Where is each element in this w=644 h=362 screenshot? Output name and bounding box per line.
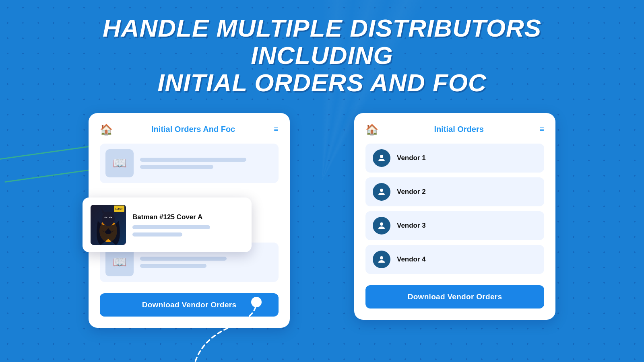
svg-point-14	[380, 189, 383, 192]
vendor-item-2[interactable]: Vendor 2	[365, 177, 544, 206]
vendor-avatar-3	[373, 217, 390, 234]
svg-point-13	[380, 155, 383, 158]
left-download-button[interactable]: Download Vendor Orders	[100, 293, 279, 317]
book-icon-1: 📖	[113, 156, 127, 170]
vendor-item-3[interactable]: Vendor 3	[365, 211, 544, 240]
left-menu-icon[interactable]: ≡	[274, 125, 279, 134]
user-icon-2	[377, 187, 386, 197]
svg-point-16	[380, 256, 383, 259]
user-icon-3	[377, 221, 386, 230]
line-4	[140, 264, 206, 268]
line-2	[140, 165, 213, 169]
left-card-header: 🏠 Initial Orders And Foc ≡	[100, 124, 279, 135]
batman-cover-image: LAST	[91, 205, 126, 245]
svg-point-15	[380, 222, 383, 226]
heading-line-1: HANDLE MULTIPLE DISTRIBUTORS INCLUDING	[103, 14, 541, 69]
svg-point-6	[102, 212, 115, 226]
book-lines-1	[140, 158, 273, 169]
book-item-1: 📖	[100, 144, 279, 183]
user-icon-4	[377, 255, 386, 264]
batman-line-1	[132, 225, 210, 229]
vendor-avatar-1	[373, 149, 390, 167]
line-3	[140, 257, 227, 261]
book-placeholder-2: 📖	[105, 248, 134, 276]
batman-info: Batman #125 Cover A	[132, 213, 244, 237]
book-lines-2	[140, 257, 273, 268]
right-download-button[interactable]: Download Vendor Orders	[365, 285, 544, 309]
right-card: 🏠 Initial Orders ≡ Vendor 1	[354, 113, 555, 320]
book-icon-2: 📖	[113, 255, 127, 269]
right-menu-icon[interactable]: ≡	[539, 125, 544, 134]
cards-container: 🏠 Initial Orders And Foc ≡ 📖 📖	[0, 113, 644, 328]
vendor-name-2: Vendor 2	[397, 188, 426, 196]
vendor-item-1[interactable]: Vendor 1	[365, 144, 544, 173]
vendor-avatar-4	[373, 251, 390, 268]
right-card-title: Initial Orders	[383, 125, 535, 134]
vendor-name-3: Vendor 3	[397, 222, 426, 230]
vendor-list: Vendor 1 Vendor 2	[365, 144, 544, 274]
vendor-avatar-2	[373, 183, 390, 201]
main-heading: HANDLE MULTIPLE DISTRIBUTORS INCLUDING I…	[60, 14, 584, 97]
left-home-icon: 🏠	[100, 124, 113, 135]
vendor-name-1: Vendor 1	[397, 154, 426, 162]
batman-line-2	[132, 232, 182, 237]
batman-title: Batman #125 Cover A	[132, 213, 244, 221]
heading-line-2: INITIAL ORDERS AND FOC	[157, 69, 487, 97]
user-icon-1	[377, 153, 386, 163]
book-placeholder-1: 📖	[105, 149, 134, 177]
vendor-name-4: Vendor 4	[397, 255, 426, 263]
line-1	[140, 158, 246, 162]
right-card-header: 🏠 Initial Orders ≡	[365, 124, 544, 135]
left-card-title: Initial Orders And Foc	[118, 125, 269, 134]
batman-popup: LAST Batman #125 Cover A	[83, 197, 252, 252]
vendor-item-4[interactable]: Vendor 4	[365, 245, 544, 274]
batman-svg: LAST	[91, 205, 126, 245]
right-home-icon: 🏠	[365, 124, 378, 135]
svg-text:LAST: LAST	[116, 208, 123, 210]
left-card: 🏠 Initial Orders And Foc ≡ 📖 📖	[89, 113, 290, 328]
page-content: HANDLE MULTIPLE DISTRIBUTORS INCLUDING I…	[0, 0, 644, 362]
